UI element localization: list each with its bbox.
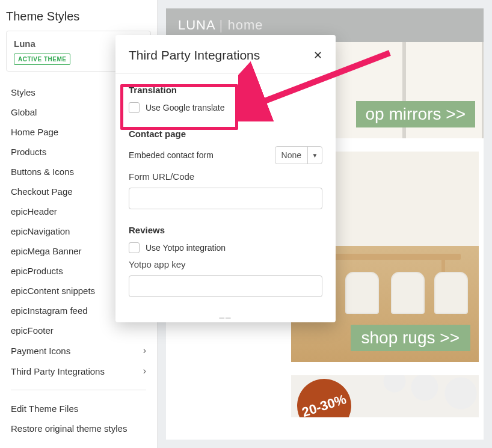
sidebar-item-label: epicNavigation xyxy=(11,226,70,236)
sidebar-item-label: Edit Theme Files xyxy=(11,404,78,414)
sale-badge: 20-30% xyxy=(291,375,358,417)
section-reviews: Reviews Use Yotpo integration Yotpo app … xyxy=(129,225,322,297)
sidebar-item-label: Products xyxy=(11,147,46,157)
tile-rugs-cta[interactable]: shop rugs >> xyxy=(351,325,470,351)
chevron-right-icon: › xyxy=(143,366,146,376)
sidebar-footer-item-restore-original-theme-styles[interactable]: Restore original theme styles xyxy=(0,419,157,438)
sidebar-item-label: Styles xyxy=(11,87,35,97)
sidebar-item-label: Global xyxy=(11,107,37,117)
section-contact: Contact page Embeded contact form None ▼… xyxy=(129,129,322,209)
brand-text: LUNA xyxy=(178,17,215,32)
google-translate-option[interactable]: Use Google translate xyxy=(129,102,322,113)
sidebar-item-label: Home Page xyxy=(11,127,58,137)
banner-mirrors-cta[interactable]: op mirrors >> xyxy=(356,101,476,127)
modal-title: Third Party Integrations xyxy=(129,48,260,63)
form-url-input[interactable] xyxy=(129,188,322,209)
section-contact-heading: Contact page xyxy=(129,129,322,139)
sidebar-item-label: Restore original theme styles xyxy=(11,423,127,434)
yotpo-label: Use Yotpo integration xyxy=(146,243,226,253)
google-translate-checkbox[interactable] xyxy=(129,102,140,113)
site-logo: LUNA | home xyxy=(178,17,263,33)
yotpo-option[interactable]: Use Yotpo integration xyxy=(129,242,322,253)
sidebar-item-payment-icons[interactable]: Payment Icons› xyxy=(0,340,157,361)
sidebar-title: Theme Styles xyxy=(0,6,157,31)
sidebar-footer-item-edit-theme-files[interactable]: Edit Theme Files xyxy=(0,399,157,419)
sidebar-item-label: epicHeader xyxy=(11,206,57,216)
brand-divider: | xyxy=(220,17,228,32)
form-url-label: Form URL/Code xyxy=(129,171,322,182)
sidebar-item-label: epicMega Banner xyxy=(11,246,82,256)
section-translation-heading: Translation xyxy=(129,85,322,95)
sidebar-item-label: epicInstagram feed xyxy=(11,305,88,316)
section-translation: Translation Use Google translate xyxy=(129,85,322,113)
sidebar-item-label: epicContent snippets xyxy=(11,286,95,296)
embed-contact-label: Embeded contact form xyxy=(129,150,214,160)
modal-resize-grip[interactable]: ══ xyxy=(115,313,336,322)
sidebar-item-label: epicProducts xyxy=(11,266,63,276)
sidebar-item-epicfooter[interactable]: epicFooter xyxy=(0,321,157,340)
modal-body: Translation Use Google translate Contact… xyxy=(115,74,336,313)
active-theme-badge: ACTIVE THEME xyxy=(14,54,70,65)
close-icon: ✕ xyxy=(313,49,322,61)
embed-contact-value: None xyxy=(275,150,307,160)
yotpo-checkbox[interactable] xyxy=(129,242,140,253)
sidebar-item-label: epicFooter xyxy=(11,325,54,336)
sidebar-item-third-party-integrations[interactable]: Third Party Integrations› xyxy=(0,361,157,381)
embed-contact-row: Embeded contact form None ▼ xyxy=(129,146,322,164)
section-reviews-heading: Reviews xyxy=(129,225,322,235)
yotpo-appkey-label: Yotpo app key xyxy=(129,259,322,269)
tile-sale: 20-30% xyxy=(291,375,479,417)
modal-close-button[interactable]: ✕ xyxy=(313,49,322,62)
sidebar-item-label: Third Party Integrations xyxy=(11,366,105,376)
sidebar-item-label: Buttons & Icons xyxy=(11,167,74,177)
chevron-right-icon: › xyxy=(143,345,146,356)
modal-header: Third Party Integrations ✕ xyxy=(115,35,336,74)
caret-down-icon: ▼ xyxy=(307,147,322,164)
third-party-integrations-modal: Third Party Integrations ✕ Translation U… xyxy=(115,35,336,322)
embed-contact-select[interactable]: None ▼ xyxy=(275,146,322,164)
brand-sub: home xyxy=(227,17,263,32)
yotpo-appkey-input[interactable] xyxy=(129,275,322,297)
sidebar-item-label: Payment Icons xyxy=(11,346,70,356)
sidebar-divider xyxy=(11,390,146,390)
sidebar-item-label: Checkout Page xyxy=(11,186,73,197)
google-translate-label: Use Google translate xyxy=(146,103,225,112)
sidebar-footer-menu: Edit Theme FilesRestore original theme s… xyxy=(0,396,157,441)
